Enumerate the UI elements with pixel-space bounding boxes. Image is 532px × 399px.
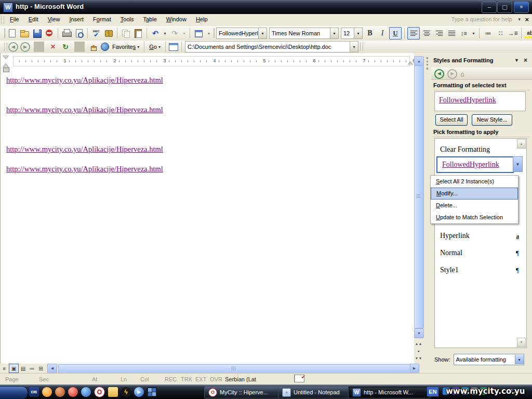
separator[interactable] bbox=[521, 28, 522, 38]
scroll-right-icon[interactable]: ▶ bbox=[409, 364, 419, 374]
quicklaunch-db-icon[interactable]: DB bbox=[29, 387, 39, 397]
spelling-grammar-icon[interactable]: ABC bbox=[90, 28, 102, 39]
reading-layout-view-icon[interactable]: ⊞ bbox=[36, 364, 45, 373]
font-combo[interactable]: Times New Roman ▾ bbox=[269, 28, 339, 39]
print-layout-view-icon[interactable]: ▤ bbox=[19, 364, 28, 373]
undo-dropdown-icon[interactable]: ▾ bbox=[162, 28, 168, 39]
select-browse-object-icon[interactable]: ● bbox=[414, 347, 423, 354]
maximize-button[interactable]: ▢ bbox=[497, 2, 512, 13]
pane-back-icon[interactable]: ◀ bbox=[434, 69, 444, 79]
forward-icon[interactable]: ▶ bbox=[20, 42, 30, 52]
separator[interactable] bbox=[190, 28, 190, 38]
separator[interactable] bbox=[479, 28, 480, 38]
menu-update-to-match[interactable]: Update to Match Selection bbox=[431, 211, 518, 223]
separator[interactable] bbox=[147, 28, 147, 38]
font-size-combo-dropdown-icon[interactable]: ▾ bbox=[354, 28, 362, 38]
open-icon[interactable] bbox=[19, 28, 30, 39]
select-all-button[interactable]: Select All bbox=[435, 114, 468, 126]
style-combo[interactable]: FollowedHyperl ▾ bbox=[216, 28, 267, 39]
line-spacing-dropdown-icon[interactable]: ▾ bbox=[471, 28, 476, 39]
help-dropdown-icon[interactable]: ▾ bbox=[518, 17, 521, 22]
next-page-icon[interactable]: ▼▼ bbox=[414, 354, 423, 362]
help-question-input[interactable]: Type a question for help bbox=[451, 16, 512, 22]
menu-select-all-instances[interactable]: Select All 2 Instance(s) bbox=[431, 176, 518, 188]
print-preview-icon[interactable] bbox=[73, 28, 85, 39]
stop-icon[interactable]: ✕ bbox=[48, 42, 58, 52]
menu-edit[interactable]: Edit bbox=[24, 14, 43, 26]
selected-style-box[interactable]: FollowedHyperlink bbox=[434, 91, 526, 111]
italic-button[interactable]: I bbox=[377, 28, 388, 39]
style-clear-formatting[interactable]: Clear Formatting ▼ bbox=[435, 143, 522, 156]
address-combo[interactable]: C:\Documents and Settings\Sremcevici\Des… bbox=[185, 41, 358, 52]
print-icon[interactable] bbox=[61, 28, 72, 39]
font-size-combo[interactable]: 12 ▾ bbox=[341, 28, 363, 39]
menu-help[interactable]: Help bbox=[191, 14, 212, 26]
task-pane-close-icon[interactable]: × bbox=[524, 57, 527, 64]
taskbar-mycity-window[interactable]: O MyCity :: Hiperve... bbox=[204, 386, 283, 398]
menu-file[interactable]: File bbox=[5, 14, 24, 26]
bullets-button[interactable]: ∷ bbox=[495, 28, 506, 39]
go-menu[interactable]: Go ▾ bbox=[147, 42, 163, 52]
document-hyperlink[interactable]: http://www.mycity.co.yu/Aplikacije/Hiper… bbox=[6, 76, 163, 85]
document-hyperlink[interactable]: http://www.mycity.co.yu/Aplikacije/Hiper… bbox=[6, 165, 163, 174]
quicklaunch-squares-icon[interactable] bbox=[147, 387, 157, 397]
outline-view-icon[interactable]: ≔ bbox=[28, 364, 36, 373]
quicklaunch-winamp-icon[interactable]: ϟ bbox=[121, 387, 131, 397]
scroll-left-icon[interactable]: ◀ bbox=[47, 364, 57, 374]
numbering-button[interactable]: ≔ bbox=[482, 28, 494, 39]
close-button[interactable]: × bbox=[514, 2, 529, 13]
menu-delete[interactable]: Delete... bbox=[431, 200, 518, 211]
toolbar-grip[interactable] bbox=[4, 29, 5, 38]
toolbar-grip[interactable] bbox=[214, 29, 215, 38]
align-center-button[interactable] bbox=[421, 28, 432, 39]
toolbar-grip[interactable] bbox=[4, 43, 7, 51]
refresh-icon[interactable]: ↻ bbox=[60, 42, 71, 52]
style-followedhyperlink[interactable]: FollowedHyperlink ▼ bbox=[436, 156, 514, 173]
task-pane-menu-icon[interactable]: ▼ bbox=[514, 58, 519, 63]
divider-grip[interactable] bbox=[427, 57, 430, 70]
quicklaunch-folder-icon[interactable] bbox=[108, 387, 118, 397]
toolbar-grip[interactable] bbox=[1, 16, 4, 24]
web-layout-view-icon[interactable]: ▣ bbox=[9, 364, 19, 373]
back-icon[interactable]: ◀ bbox=[8, 42, 18, 52]
document-hyperlink[interactable]: http://www.mycity.co.yu/Aplikacije/Hiper… bbox=[6, 145, 163, 154]
show-combo-dropdown-icon[interactable]: ▾ bbox=[515, 355, 524, 364]
menu-table[interactable]: Table bbox=[138, 14, 161, 26]
separator[interactable] bbox=[58, 28, 58, 38]
highlight-button[interactable]: ab bbox=[524, 29, 532, 38]
address-dropdown-icon[interactable]: ▾ bbox=[350, 42, 358, 52]
menu-tools[interactable]: Tools bbox=[116, 14, 139, 26]
hanging-indent-marker[interactable] bbox=[3, 61, 9, 68]
pane-forward-icon[interactable]: ▶ bbox=[447, 69, 457, 79]
separator[interactable] bbox=[117, 28, 117, 38]
scroll-down-icon[interactable]: ▼ bbox=[414, 328, 424, 338]
redo-icon[interactable]: ↷ bbox=[169, 28, 180, 39]
language-indicator[interactable]: EN bbox=[427, 387, 438, 396]
separator[interactable] bbox=[74, 42, 85, 52]
align-right-button[interactable] bbox=[433, 28, 445, 39]
copy-icon[interactable] bbox=[120, 28, 131, 39]
document-hyperlink[interactable]: http://www.mycity.co.yu/Aplikacije/Hiper… bbox=[6, 105, 163, 114]
font-combo-dropdown-icon[interactable]: ▾ bbox=[330, 28, 338, 38]
vertical-scrollbar[interactable]: ▲ ▼ ▲▲ ● ▼▼ bbox=[414, 56, 423, 364]
save-icon[interactable] bbox=[31, 28, 43, 39]
menu-format[interactable]: Format bbox=[88, 14, 116, 26]
separator[interactable] bbox=[34, 42, 44, 52]
paste-icon[interactable] bbox=[132, 28, 144, 39]
menu-modify[interactable]: Modify... bbox=[431, 188, 518, 200]
quicklaunch-blue-icon[interactable] bbox=[81, 387, 91, 397]
spelling-status-icon[interactable] bbox=[294, 375, 304, 382]
horizontal-scroll-track[interactable] bbox=[58, 364, 409, 373]
style-combo-dropdown-icon[interactable]: ▾ bbox=[258, 28, 267, 38]
styles-list-scroll-down-icon[interactable]: ▼ bbox=[517, 338, 526, 347]
document-page[interactable]: 12345678 http://www.mycity.co.yu/Aplikac… bbox=[0, 53, 414, 364]
increase-indent-button[interactable]: →≡ bbox=[507, 28, 518, 39]
favorites-menu[interactable]: Favorites ▾ bbox=[110, 42, 141, 52]
redo-dropdown-icon[interactable]: ▾ bbox=[181, 28, 187, 39]
toolbar-grip[interactable] bbox=[360, 43, 363, 51]
research-icon[interactable] bbox=[103, 28, 114, 39]
undo-icon[interactable]: ↶ bbox=[150, 28, 161, 39]
separator[interactable] bbox=[87, 28, 88, 38]
quicklaunch-mediaplayer-icon[interactable]: ▶ bbox=[134, 387, 144, 397]
close-document-icon[interactable]: × bbox=[525, 16, 529, 23]
